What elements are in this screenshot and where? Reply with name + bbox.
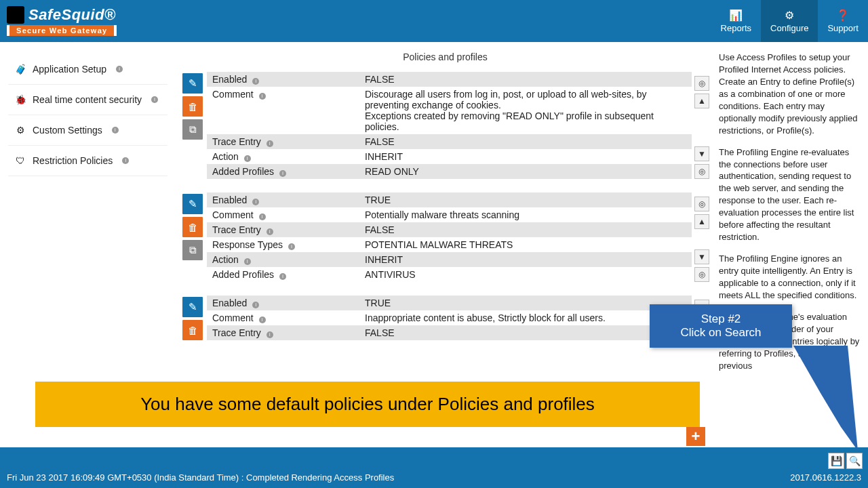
target-button[interactable]: ◎ xyxy=(694,267,709,282)
delete-button[interactable]: 🗑 xyxy=(182,96,203,117)
field-label: Trace Entry xyxy=(212,136,261,147)
sidebar-item-realtime-security[interactable]: 🐞 Real time content security i xyxy=(8,85,167,115)
field-label: Enabled xyxy=(212,74,247,85)
entry-grid: Enabled iTRUE Comment iPotentially malwa… xyxy=(207,192,692,282)
info-icon: i xyxy=(112,127,119,134)
field-label: Action xyxy=(212,151,239,162)
nav-configure[interactable]: ⚙ Configure xyxy=(761,0,818,42)
info-icon: i xyxy=(259,93,266,100)
field-value: FALSE xyxy=(359,222,692,237)
nav-label: Configure xyxy=(770,23,808,33)
info-icon: i xyxy=(151,96,158,103)
sidebar-item-restriction-policies[interactable]: 🛡 Restriction Policies i xyxy=(8,146,167,176)
info-icon: i xyxy=(244,258,251,265)
field-value: INHERIT xyxy=(359,252,692,267)
info-icon: i xyxy=(116,66,123,73)
info-icon: i xyxy=(279,273,286,280)
field-label: Enabled xyxy=(212,195,247,205)
top-nav: 📊 Reports ⚙ Configure ❓ Support xyxy=(711,0,868,42)
bug-icon: 🐞 xyxy=(15,94,26,105)
sidebar-item-label: Application Setup xyxy=(33,64,106,75)
info-icon: i xyxy=(267,228,273,235)
callout-title: Step #2 xyxy=(656,312,785,326)
help-paragraph: The Profiling Engine re-evaluates the co… xyxy=(719,146,861,244)
add-entry-button[interactable]: + xyxy=(686,427,705,446)
nav-label: Reports xyxy=(721,23,752,33)
move-down-button[interactable]: ▼ xyxy=(694,146,709,161)
entry-actions: ✎ 🗑 ⧉ xyxy=(178,72,207,179)
briefcase-icon: 🧳 xyxy=(15,64,26,75)
nav-reports[interactable]: 📊 Reports xyxy=(711,0,762,42)
field-label: Comment xyxy=(212,312,254,323)
info-icon: i xyxy=(267,140,273,147)
field-label: Comment xyxy=(212,209,254,220)
info-icon: i xyxy=(267,331,273,338)
entry-grid: Enabled iFALSE Comment iDiscourage all u… xyxy=(207,72,692,179)
shield-icon: 🛡 xyxy=(15,155,26,166)
copy-button[interactable]: ⧉ xyxy=(182,119,203,140)
info-icon: i xyxy=(288,243,295,250)
sidebar-item-label: Custom Settings xyxy=(33,125,102,136)
brand-name: SafeSquid® xyxy=(28,6,116,24)
target-button[interactable]: ◎ xyxy=(694,76,709,91)
info-icon: i xyxy=(259,317,266,323)
info-icon: i xyxy=(122,157,129,164)
entry-actions: ✎ 🗑 xyxy=(178,296,207,340)
entry-nav: ◎ ▲ ▼ ◎ xyxy=(692,192,712,282)
sidebar-item-application-setup[interactable]: 🧳 Application Setup i xyxy=(8,54,167,85)
policy-entry: ✎ 🗑 ⧉ Enabled iTRUE Comment iPotentially… xyxy=(178,192,712,282)
brand-tagline: Secure Web Gateway xyxy=(7,25,117,36)
nav-support[interactable]: ❓ Support xyxy=(818,0,868,42)
delete-button[interactable]: 🗑 xyxy=(182,217,203,237)
callout-arrow-icon xyxy=(793,346,861,454)
page-title: Policies and profiles xyxy=(178,46,712,72)
callout-text: Click on Search xyxy=(656,326,785,340)
field-value: Potentially malware threats scanning xyxy=(359,207,692,222)
delete-button[interactable]: 🗑 xyxy=(182,320,203,340)
svg-marker-0 xyxy=(793,346,858,451)
field-value: Inappropriate content is abuse, Strictly… xyxy=(359,310,692,325)
sidebar-item-label: Restriction Policies xyxy=(33,155,113,166)
field-value: FALSE xyxy=(359,325,692,340)
field-value: READ ONLY xyxy=(359,164,692,179)
target-button[interactable]: ◎ xyxy=(694,197,709,211)
field-value: INHERIT xyxy=(359,149,692,164)
copy-button[interactable]: ⧉ xyxy=(182,240,203,260)
edit-button[interactable]: ✎ xyxy=(182,297,203,317)
status-bar: Fri Jun 23 2017 16:09:49 GMT+0530 (India… xyxy=(0,447,868,488)
info-icon: i xyxy=(259,214,266,220)
edit-button[interactable]: ✎ xyxy=(182,194,203,214)
field-label: Trace Entry xyxy=(212,224,261,235)
field-label: Response Types xyxy=(212,239,283,250)
target-button[interactable]: ◎ xyxy=(694,164,709,179)
field-label: Comment xyxy=(212,89,254,100)
field-value: ANTIVIRUS xyxy=(359,267,692,282)
field-value: Discourage all users from log in, post, … xyxy=(359,87,692,134)
edit-button[interactable]: ✎ xyxy=(182,73,203,94)
field-value: POTENTIAL MALWARE THREATS xyxy=(359,237,692,252)
field-label: Action xyxy=(212,254,239,265)
move-up-button[interactable]: ▲ xyxy=(694,214,709,229)
entry-actions: ✎ 🗑 ⧉ xyxy=(178,192,207,282)
move-up-button[interactable]: ▲ xyxy=(694,94,709,108)
field-value: FALSE xyxy=(359,134,692,149)
entry-grid: Enabled iTRUE Comment iInappropriate con… xyxy=(207,296,692,340)
move-down-button[interactable]: ▼ xyxy=(694,249,709,264)
info-icon: i xyxy=(252,199,259,205)
info-icon: i xyxy=(252,78,259,85)
brand-icon xyxy=(7,6,24,24)
field-value: TRUE xyxy=(359,296,692,310)
field-label: Added Profiles xyxy=(212,166,274,177)
field-value: TRUE xyxy=(359,192,692,207)
info-icon: i xyxy=(279,170,286,177)
field-label: Enabled xyxy=(212,298,247,308)
search-button[interactable]: 🔍 xyxy=(846,453,863,469)
help-paragraph: The Profiling Engine ignores an entry qu… xyxy=(719,253,861,302)
sidebar-item-custom-settings[interactable]: ⚙ Custom Settings i xyxy=(8,115,167,146)
field-label: Added Profiles xyxy=(212,269,274,280)
notice-banner: You have some default policies under Pol… xyxy=(35,382,700,427)
brand-block: SafeSquid® Secure Web Gateway xyxy=(7,6,117,36)
save-button[interactable]: 💾 xyxy=(828,453,844,469)
policy-entry: ✎ 🗑 Enabled iTRUE Comment iInappropriate… xyxy=(178,296,712,340)
app-header: SafeSquid® Secure Web Gateway 📊 Reports … xyxy=(0,0,868,42)
